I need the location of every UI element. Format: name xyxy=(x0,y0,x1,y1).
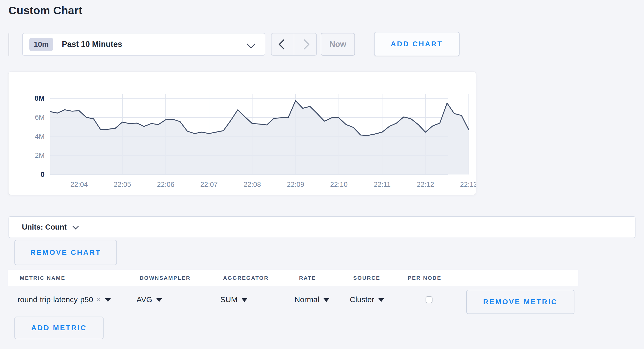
custom-chart-card: 02M4M6M8M22:0422:0522:0622:0722:0822:092… xyxy=(9,72,476,195)
add-chart-button[interactable]: ADD CHART xyxy=(374,32,460,56)
time-range-badge: 10m xyxy=(29,38,53,51)
svg-text:22:12: 22:12 xyxy=(417,181,434,188)
svg-text:22:11: 22:11 xyxy=(374,181,391,188)
dropdown-caret-icon xyxy=(105,298,111,302)
svg-text:22:13: 22:13 xyxy=(460,181,476,188)
col-header-aggregator: AGGREGATOR xyxy=(223,270,269,286)
per-node-checkbox[interactable] xyxy=(426,296,433,303)
svg-text:22:09: 22:09 xyxy=(287,181,304,188)
units-label: Units: Count xyxy=(22,223,67,231)
svg-text:8M: 8M xyxy=(35,94,45,102)
col-header-downsampler: DOWNSAMPLER xyxy=(140,270,191,286)
now-button[interactable]: Now xyxy=(321,33,355,56)
svg-text:22:10: 22:10 xyxy=(330,181,348,188)
page-title: Custom Chart xyxy=(9,4,82,17)
metric-row: round-trip-latency-p50 × AVG SUM Normal … xyxy=(8,286,636,313)
time-range-label: Past 10 Minutes xyxy=(62,40,122,49)
dropdown-caret-icon xyxy=(242,298,247,302)
custom-chart[interactable]: 02M4M6M8M22:0422:0522:0622:0722:0822:092… xyxy=(9,72,476,195)
chevron-right-icon xyxy=(299,39,309,49)
source-value: Cluster xyxy=(350,295,374,304)
remove-metric-button[interactable]: REMOVE METRIC xyxy=(466,290,574,314)
col-header-rate: RATE xyxy=(299,270,316,286)
svg-text:2M: 2M xyxy=(35,152,45,159)
dropdown-caret-icon xyxy=(324,298,329,302)
col-header-metric-name: METRIC NAME xyxy=(20,270,65,286)
svg-text:22:05: 22:05 xyxy=(114,181,131,188)
step-back-button[interactable] xyxy=(272,33,294,55)
svg-text:22:04: 22:04 xyxy=(70,181,88,188)
svg-text:22:08: 22:08 xyxy=(243,181,261,188)
downsampler-dropdown[interactable]: AVG xyxy=(137,286,162,313)
rate-dropdown[interactable]: Normal xyxy=(294,286,329,313)
svg-text:22:07: 22:07 xyxy=(200,181,218,188)
time-range-select[interactable]: 10m Past 10 Minutes xyxy=(22,33,265,56)
svg-text:22:06: 22:06 xyxy=(157,181,174,188)
downsampler-value: AVG xyxy=(137,295,152,304)
metric-name-value: round-trip-latency-p50 xyxy=(18,295,93,304)
aggregator-value: SUM xyxy=(220,295,238,304)
step-forward-button[interactable] xyxy=(294,33,316,55)
toolbar-accent-line xyxy=(9,33,9,56)
dropdown-caret-icon xyxy=(156,298,162,302)
svg-text:0: 0 xyxy=(40,170,45,178)
chevron-down-icon xyxy=(72,223,79,229)
metric-name-dropdown[interactable]: round-trip-latency-p50 × xyxy=(18,286,111,313)
dropdown-caret-icon xyxy=(378,298,384,302)
rate-value: Normal xyxy=(294,295,319,304)
chevron-left-icon xyxy=(278,39,289,49)
source-dropdown[interactable]: Cluster xyxy=(350,286,384,313)
aggregator-dropdown[interactable]: SUM xyxy=(220,286,247,313)
svg-text:6M: 6M xyxy=(35,114,45,121)
svg-text:4M: 4M xyxy=(35,133,45,140)
chevron-down-icon xyxy=(247,40,255,48)
add-metric-button[interactable]: ADD METRIC xyxy=(14,317,104,339)
remove-tag-icon[interactable]: × xyxy=(96,295,101,304)
time-step-button-group xyxy=(271,33,317,56)
units-select[interactable]: Units: Count xyxy=(9,216,635,238)
col-header-per-node: PER NODE xyxy=(408,270,442,286)
col-header-source: SOURCE xyxy=(353,270,380,286)
remove-chart-button[interactable]: REMOVE CHART xyxy=(14,240,117,265)
metrics-table-header: METRIC NAME DOWNSAMPLER AGGREGATOR RATE … xyxy=(8,270,578,286)
